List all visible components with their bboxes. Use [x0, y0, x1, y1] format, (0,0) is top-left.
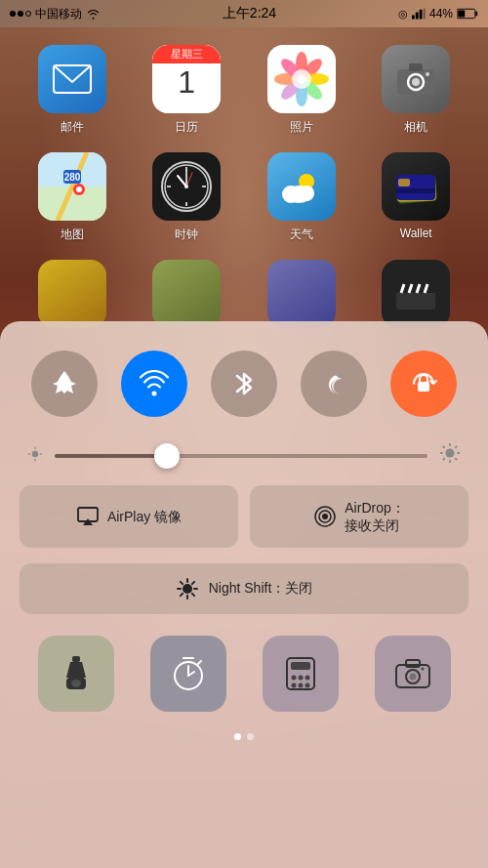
svg-rect-83: [72, 656, 80, 662]
app-photos[interactable]: 照片: [244, 37, 359, 145]
signal-dot-2: [18, 11, 23, 17]
bluetooth-toggle[interactable]: [211, 351, 277, 417]
airplane-mode-toggle[interactable]: [31, 351, 98, 417]
night-shift-button[interactable]: Night Shift：关闭: [20, 563, 468, 614]
svg-line-66: [443, 446, 445, 448]
mail-icon: [38, 45, 106, 113]
airplay-button[interactable]: AirPlay 镜像: [20, 485, 238, 548]
page-dot-2: [247, 733, 254, 740]
svg-rect-0: [412, 15, 415, 19]
svg-point-38: [184, 185, 188, 188]
status-right: ◎ 44%: [398, 7, 478, 21]
svg-point-74: [183, 584, 192, 594]
svg-point-42: [299, 186, 314, 201]
airplay-icon: [76, 506, 100, 527]
svg-point-71: [322, 514, 328, 519]
svg-line-82: [192, 582, 194, 584]
camera-shortcut-button[interactable]: [375, 636, 451, 712]
svg-point-29: [76, 186, 82, 192]
svg-line-69: [455, 446, 457, 448]
photos-icon: [267, 45, 336, 113]
svg-point-102: [409, 674, 416, 681]
app-mail[interactable]: 邮件: [15, 37, 130, 145]
brightness-track[interactable]: [55, 454, 427, 458]
photos-label: 照片: [290, 119, 313, 136]
svg-point-95: [305, 676, 309, 681]
camera-icon: [382, 45, 450, 113]
bluetooth-icon: [233, 368, 255, 399]
status-bar: 中国移动 上午2:24 ◎ 44%: [0, 0, 488, 27]
night-shift-label: Night Shift：关闭: [209, 580, 313, 598]
brightness-fill: [55, 454, 167, 458]
svg-point-22: [426, 72, 429, 76]
calendar-day: 1: [178, 63, 195, 101]
battery-percentage: 44%: [429, 7, 453, 21]
app-clock[interactable]: 时钟: [130, 145, 245, 252]
app-wallet[interactable]: Wallet: [359, 145, 474, 252]
svg-line-67: [455, 458, 457, 460]
svg-point-94: [298, 676, 303, 681]
page-dot-1: [234, 733, 241, 740]
svg-rect-3: [424, 8, 426, 19]
location-icon: ◎: [398, 8, 408, 21]
app-weather[interactable]: 天气: [244, 145, 359, 252]
brightness-thumb[interactable]: [154, 443, 180, 469]
calendar-weekday: 星期三: [152, 45, 221, 63]
app-camera[interactable]: 相机: [359, 37, 474, 145]
svg-point-17: [292, 69, 311, 89]
brightness-max-icon: [439, 442, 461, 470]
svg-rect-55: [418, 382, 429, 392]
airdrop-icon: [313, 505, 337, 528]
maps-icon: 280: [38, 152, 106, 221]
svg-line-80: [192, 594, 194, 596]
shortcuts-row: [20, 630, 468, 718]
status-left: 中国移动: [10, 6, 101, 22]
night-shift-row: Night Shift：关闭: [20, 563, 468, 614]
svg-point-97: [298, 683, 303, 688]
svg-point-21: [412, 78, 420, 86]
app-row3-3-icon: [267, 260, 336, 328]
rotation-lock-icon: [409, 369, 438, 398]
app-row3-2-icon: [152, 260, 221, 328]
signal-dot-3: [25, 11, 31, 17]
night-shift-icon: [176, 577, 199, 600]
calendar-label: 日历: [175, 119, 198, 136]
svg-rect-46: [398, 179, 410, 186]
flashlight-button[interactable]: [38, 636, 114, 712]
control-center: AirPlay 镜像 AirDrop： 接收关闭: [0, 321, 488, 868]
moon-icon: [320, 370, 347, 397]
toggle-row: [20, 341, 468, 427]
camera-shortcut-icon: [395, 659, 430, 688]
status-time: 上午2:24: [223, 5, 276, 22]
svg-rect-6: [458, 10, 465, 17]
calculator-icon: [285, 656, 316, 691]
svg-rect-1: [416, 13, 419, 20]
wifi-toggle-icon: [139, 370, 170, 397]
svg-point-54: [152, 392, 157, 396]
calculator-button[interactable]: [263, 636, 339, 712]
svg-line-68: [443, 458, 445, 460]
app-maps[interactable]: 280 地图: [15, 145, 130, 252]
svg-rect-19: [409, 63, 423, 71]
svg-rect-45: [396, 175, 435, 200]
airplane-icon: [50, 369, 79, 398]
do-not-disturb-toggle[interactable]: [301, 351, 367, 417]
airdrop-label-line2: 接收关闭: [345, 517, 399, 534]
brightness-slider-row: [20, 442, 468, 470]
wifi-toggle[interactable]: [121, 351, 187, 417]
svg-point-98: [305, 683, 309, 688]
wallet-icon: [382, 152, 450, 221]
svg-point-85: [71, 680, 81, 687]
timer-icon: [171, 656, 206, 691]
calendar-icon: 星期三 1: [152, 45, 221, 113]
weather-label: 天气: [290, 227, 313, 243]
airdrop-button[interactable]: AirDrop： 接收关闭: [250, 485, 468, 548]
svg-rect-92: [291, 662, 310, 670]
svg-rect-47: [396, 188, 435, 193]
app-calendar[interactable]: 星期三 1 日历: [130, 37, 245, 145]
timer-button[interactable]: [150, 636, 226, 712]
mail-label: 邮件: [61, 119, 84, 136]
airdrop-label-line1: AirDrop：: [345, 499, 404, 517]
rotation-lock-toggle[interactable]: [390, 351, 457, 417]
video-icon: [382, 260, 450, 328]
